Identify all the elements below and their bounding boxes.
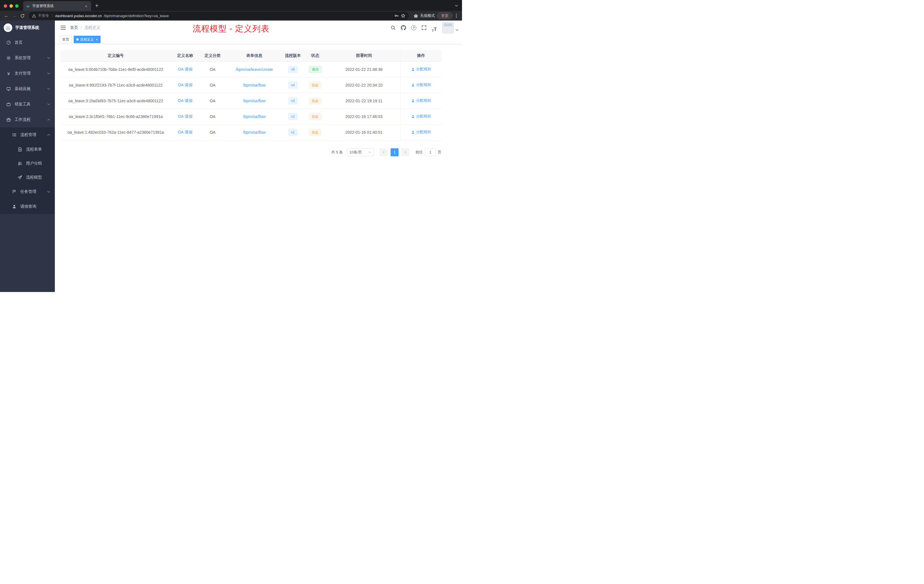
col-form-info: 表单信息 — [226, 50, 283, 61]
help-icon[interactable]: ? — [409, 23, 418, 32]
app-title: 芋道管理系统 — [15, 25, 39, 30]
sidebar-item-label: 请假查询 — [20, 204, 50, 209]
tab-close-icon[interactable]: × — [84, 4, 88, 8]
person-icon — [411, 130, 415, 134]
col-deploy-time: 部署时间 — [327, 50, 401, 61]
col-actions: 操作 — [401, 50, 441, 61]
sidebar-item-infrastructure[interactable]: 基础设施 — [0, 81, 55, 97]
assign-rule-button[interactable]: 分配规则 — [411, 129, 431, 135]
form-info-link[interactable]: /bpm/oa/flow — [243, 114, 266, 119]
sidebar-item-leave-query[interactable]: 请假查询 — [0, 199, 55, 214]
assign-rule-button[interactable]: 分配规则 — [411, 114, 431, 119]
tab-search-chevron-icon[interactable] — [451, 3, 462, 11]
version-badge[interactable]: v5 — [288, 66, 298, 73]
page-size-value: 10条/页 — [350, 150, 362, 155]
assign-rule-button[interactable]: 分配规则 — [411, 66, 431, 72]
breadcrumb-home[interactable]: 首页 — [70, 25, 78, 30]
tag-home[interactable]: 首页 — [60, 36, 72, 43]
bookmark-star-icon[interactable] — [401, 13, 406, 18]
col-definition-name: 定义名称 — [171, 50, 200, 61]
pagination-goto: 前往 页 — [416, 148, 441, 156]
back-button[interactable]: ← — [2, 12, 10, 20]
form-info-link[interactable]: /bpm/oa/flow — [243, 83, 266, 87]
sidebar-item-workflow[interactable]: 工作流程 — [0, 112, 55, 127]
sidebar-item-process-management[interactable]: 流程管理 — [0, 127, 55, 142]
sidebar-item-home[interactable]: 首页 — [0, 35, 55, 50]
person-icon — [411, 83, 415, 87]
status-badge: 挂起 — [309, 82, 322, 89]
version-badge[interactable]: v3 — [288, 97, 298, 104]
app-logo[interactable]: 芋道管理系统 — [0, 21, 55, 35]
sidebar-item-process-model[interactable]: 流程模型 — [0, 170, 55, 184]
assign-rule-button[interactable]: 分配规则 — [411, 82, 431, 87]
form-info-link[interactable]: /bpm/oa/flow — [243, 99, 266, 103]
tag-process-definition[interactable]: 流程定义 × — [74, 36, 101, 43]
forward-button[interactable]: → — [10, 12, 18, 20]
definition-name-link[interactable]: OA 请假 — [178, 67, 192, 71]
table-row: oa_leave:5:004b710b-7b8a-11ec-8ef0-acde4… — [61, 61, 441, 77]
definition-name-link[interactable]: OA 请假 — [178, 98, 192, 103]
sidebar-item-label: 支付管理 — [15, 71, 43, 76]
font-size-icon[interactable]: TT — [430, 23, 439, 32]
chrome-update-button[interactable]: 更新 — [437, 12, 452, 19]
form-info-link[interactable]: /bpm/oa/flow — [243, 130, 266, 135]
person-icon — [411, 115, 415, 118]
status-badge: 挂起 — [309, 129, 322, 136]
paper-plane-icon — [18, 175, 22, 180]
avatar-caret-icon[interactable] — [455, 27, 459, 32]
tag-close-icon[interactable]: × — [96, 38, 98, 42]
browser-menu-kebab-icon[interactable] — [452, 14, 460, 18]
version-badge[interactable]: v4 — [288, 82, 298, 89]
browser-toolbar: ← → 不安全 dashboard.yudao.iocoder.cn/bpm/m… — [0, 11, 462, 21]
sidebar-item-process-form[interactable]: 流程表单 — [0, 142, 55, 156]
assign-rule-button[interactable]: 分配规则 — [411, 98, 431, 103]
goto-page-input[interactable] — [425, 148, 436, 156]
main-content: 定义编号 定义名称 定义分类 表单信息 流程版本 状态 部署时间 操作 oa_l… — [55, 44, 462, 292]
security-label[interactable]: 不安全 — [38, 13, 49, 18]
user-avatar[interactable] — [442, 22, 454, 33]
sidebar-item-payment[interactable]: ¥ 支付管理 — [0, 66, 55, 81]
form-info-link[interactable]: /bpm/oa/leave/create — [236, 67, 273, 72]
sidebar-item-user-group[interactable]: 用户分组 — [0, 156, 55, 170]
definition-name-link[interactable]: OA 请假 — [178, 82, 192, 87]
sidebar-item-devtools[interactable]: 研发工具 — [0, 97, 55, 112]
header-actions: ? TT — [389, 22, 462, 33]
cell-definition-id: oa_leave:2:3c1f0ef1-76b1-11ec-9c66-a2380… — [61, 109, 171, 124]
incognito-badge[interactable]: 无痕模式 — [413, 13, 435, 18]
sidebar-toggle-button[interactable] — [55, 26, 70, 30]
window-minimize-button[interactable] — [10, 4, 13, 8]
sidebar-item-label: 用户分组 — [26, 161, 50, 166]
window-close-button[interactable] — [4, 4, 7, 8]
cell-definition-id: oa_leave:4:991f2193-7b7f-11ec-a3c8-acde4… — [61, 77, 171, 93]
chevron-down-icon — [47, 88, 50, 90]
incognito-label: 无痕模式 — [420, 13, 435, 18]
sidebar-item-task-management[interactable]: 任务管理 — [0, 184, 55, 199]
cell-deploy-time: 2022-01-22 21:48:38 — [327, 61, 401, 77]
chevron-right-icon — [404, 150, 407, 154]
page-number-button[interactable]: 1 — [391, 148, 399, 156]
definition-name-link[interactable]: OA 请假 — [178, 130, 192, 134]
version-badge[interactable]: v1 — [288, 129, 298, 136]
password-key-icon[interactable] — [394, 13, 399, 18]
briefcase-icon — [6, 102, 11, 107]
gear-icon — [6, 56, 11, 60]
address-bar[interactable]: 不安全 dashboard.yudao.iocoder.cn/bpm/manag… — [28, 12, 409, 20]
search-icon[interactable] — [389, 23, 398, 32]
reload-button[interactable] — [18, 12, 26, 20]
github-icon[interactable] — [399, 23, 408, 32]
new-tab-button[interactable]: + — [91, 3, 102, 11]
sidebar-item-system[interactable]: 系统管理 — [0, 50, 55, 66]
prev-page-button[interactable] — [380, 148, 388, 156]
window-zoom-button[interactable] — [15, 4, 18, 8]
cell-deploy-time: 2022-01-22 20:34:10 — [327, 77, 401, 93]
browser-tab[interactable]: 芋道管理系统 × — [23, 1, 91, 11]
page-size-select[interactable]: 10条/页 — [347, 148, 374, 156]
sidebar: 芋道管理系统 首页 系统管理 ¥ 支付管理 基础设施 — [0, 21, 55, 292]
definition-table: 定义编号 定义名称 定义分类 表单信息 流程版本 状态 部署时间 操作 oa_l… — [61, 50, 441, 140]
version-badge[interactable]: v2 — [288, 113, 298, 120]
fullscreen-icon[interactable] — [419, 23, 429, 32]
next-page-button[interactable] — [401, 148, 409, 156]
dashboard-icon — [6, 40, 11, 45]
definition-name-link[interactable]: OA 请假 — [178, 114, 192, 119]
person-icon — [411, 68, 415, 71]
